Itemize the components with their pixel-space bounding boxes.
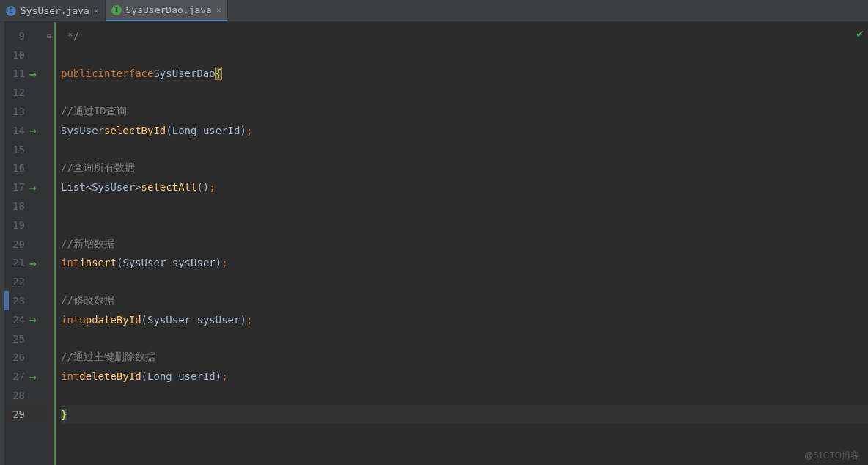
- code-line: int updateById(SysUser sysUser);: [61, 310, 868, 329]
- line-number: 22: [4, 276, 25, 288]
- gutter-arrow-icon[interactable]: →: [29, 123, 37, 137]
- inspection-ok-icon[interactable]: ✔: [856, 26, 864, 40]
- editor-area: 9 10 11→ 12 13 14→ 15 16 17→ 18 19 20 21…: [0, 22, 868, 465]
- gutter-arrow-icon[interactable]: →: [29, 312, 37, 326]
- code-line: [61, 386, 868, 405]
- editor-tabs-bar: C SysUser.java ✕ I SysUserDao.java ✕: [0, 0, 868, 22]
- line-number: 9: [4, 30, 25, 42]
- code-line: [61, 83, 868, 102]
- line-number: 27: [4, 370, 25, 382]
- line-number: 29: [4, 409, 25, 420]
- code-line: */: [61, 26, 868, 45]
- line-number: 10: [4, 49, 25, 61]
- code-line: //查询所有数据: [61, 159, 868, 178]
- gutter-arrow-icon[interactable]: →: [29, 67, 37, 81]
- gutter[interactable]: 9 10 11→ 12 13 14→ 15 16 17→ 18 19 20 21…: [4, 22, 45, 465]
- line-number: 24: [4, 314, 25, 326]
- line-number: 17: [4, 181, 25, 193]
- line-number: 21: [4, 257, 25, 268]
- close-icon[interactable]: ✕: [94, 6, 99, 15]
- line-number: 15: [4, 144, 25, 155]
- code-line: [61, 197, 868, 216]
- gutter-arrow-icon[interactable]: →: [29, 256, 37, 270]
- code-line: //新增数据: [61, 235, 868, 254]
- class-icon: C: [6, 6, 16, 16]
- code-line: [61, 216, 868, 235]
- code-line: int insert(SysUser sysUser);: [61, 254, 868, 273]
- code-area[interactable]: */ public interface SysUserDao { //通过ID查…: [55, 22, 868, 465]
- code-line: //通过主键删除数据: [61, 348, 868, 367]
- tab-label: SysUserDao.java: [126, 4, 212, 15]
- code-line: public interface SysUserDao {: [61, 65, 868, 84]
- line-number: 19: [4, 219, 25, 231]
- code-line: List<SysUser> selectAll();: [61, 177, 868, 197]
- code-line: int deleteById(Long userId);: [61, 367, 868, 386]
- code-line: SysUser selectById(Long userId);: [61, 121, 868, 140]
- code-line: [61, 45, 868, 65]
- gutter-arrow-icon[interactable]: →: [29, 180, 37, 194]
- tab-sysuser[interactable]: C SysUser.java ✕: [0, 0, 106, 21]
- code-line: //修改数据: [61, 291, 868, 310]
- code-line: }: [61, 405, 868, 424]
- code-line: [61, 140, 868, 159]
- line-number: 11: [4, 67, 25, 79]
- code-line: [61, 329, 868, 348]
- tab-label: SysUser.java: [21, 5, 89, 16]
- fold-column: ⊟: [45, 22, 55, 465]
- line-number: 16: [4, 162, 25, 174]
- line-number: 26: [4, 351, 25, 363]
- line-number: 20: [4, 238, 25, 250]
- line-number: 28: [4, 389, 25, 401]
- line-number: 25: [4, 333, 25, 345]
- fold-handle-icon[interactable]: ⊟: [47, 32, 51, 40]
- gutter-arrow-icon[interactable]: →: [29, 370, 37, 384]
- close-icon[interactable]: ✕: [216, 5, 221, 15]
- interface-icon: I: [111, 5, 122, 15]
- code-line: [61, 272, 868, 291]
- breakpoint-marker[interactable]: [4, 291, 9, 310]
- line-number: 18: [4, 200, 25, 212]
- line-number: 14: [4, 125, 25, 136]
- line-number: 13: [4, 106, 25, 117]
- watermark: @51CTO博客: [804, 450, 859, 462]
- line-number: 12: [4, 87, 25, 98]
- code-line: //通过ID查询: [61, 102, 868, 121]
- tab-sysuserdao[interactable]: I SysUserDao.java ✕: [106, 0, 228, 21]
